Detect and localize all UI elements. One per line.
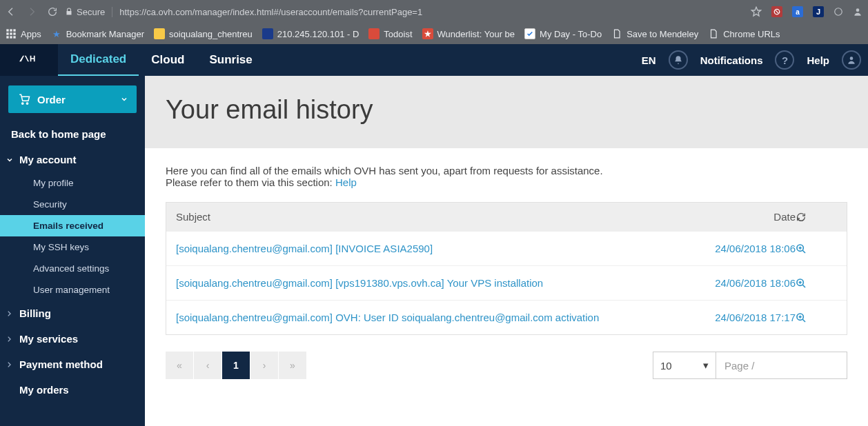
bookmark-item[interactable]: ★Wunderlist: Your be <box>422 28 515 39</box>
chevron-down-icon <box>120 95 128 103</box>
ext-icon-4[interactable] <box>834 7 843 17</box>
lock-icon <box>65 7 73 17</box>
app-topnav: Dedicated Cloud Sunrise EN Notifications… <box>0 44 868 76</box>
col-refresh[interactable] <box>796 212 837 223</box>
svg-rect-11 <box>13 36 15 38</box>
page-icon <box>708 28 719 39</box>
pager-last[interactable]: » <box>279 352 306 379</box>
bookmark-item[interactable]: Save to Mendeley <box>611 28 698 39</box>
user-avatar-icon[interactable] <box>842 50 861 70</box>
site-icon <box>262 28 273 39</box>
sidebar-section-myservices[interactable]: My services <box>0 326 145 352</box>
svg-rect-7 <box>10 32 12 34</box>
sidebar-item-security[interactable]: Security <box>0 194 145 215</box>
ext-icon-2[interactable]: a <box>792 6 803 17</box>
pager-next[interactable]: › <box>250 352 278 379</box>
table-row: [soiqualang.chentreu@gmail.com] OVH: Use… <box>166 300 847 334</box>
tab-cloud[interactable]: Cloud <box>139 44 197 76</box>
ext-icon-1[interactable] <box>771 6 782 17</box>
help-label[interactable]: Help <box>807 54 829 66</box>
sidebar-item-myprofile[interactable]: My profile <box>0 172 145 194</box>
page-icon <box>611 28 622 39</box>
magnify-icon[interactable] <box>796 243 837 254</box>
magnify-icon[interactable] <box>796 278 837 289</box>
sidebar-section-billing[interactable]: Billing <box>0 301 145 326</box>
svg-rect-5 <box>13 29 15 31</box>
browser-chrome: Secure https://ca.ovh.com/manager/index.… <box>0 0 868 44</box>
sidebar-back-home[interactable]: Back to home page <box>0 121 145 147</box>
apps-button[interactable]: Apps <box>6 28 41 39</box>
language-toggle[interactable]: EN <box>642 54 656 66</box>
email-subject-link[interactable]: [soiqualang.chentreu@gmail.com] OVH: Use… <box>176 312 599 323</box>
address-bar[interactable]: Secure https://ca.ovh.com/manager/index.… <box>65 2 736 21</box>
col-date: Date <box>685 211 796 223</box>
email-subject-link[interactable]: [soiqualang.chentreu@gmail.com] [INVOICE… <box>176 243 433 254</box>
svg-rect-3 <box>6 29 8 31</box>
url-text: https://ca.ovh.com/manager/index.html#/u… <box>119 7 422 17</box>
chevron-right-icon <box>6 361 12 368</box>
help-link[interactable]: Help <box>335 176 357 188</box>
svg-point-13 <box>22 103 23 104</box>
wunderlist-icon: ★ <box>422 28 433 39</box>
notifications-label[interactable]: Notifications <box>700 54 763 66</box>
star-icon[interactable] <box>751 6 762 17</box>
help-icon[interactable]: ? <box>775 50 794 70</box>
tab-sunrise[interactable]: Sunrise <box>197 44 264 76</box>
svg-rect-6 <box>6 32 8 34</box>
bookmark-item[interactable]: My Day - To-Do <box>524 28 602 39</box>
table-row: [soiqualang.chentreu@gmail.com] [INVOICE… <box>166 231 847 265</box>
sidebar-item-advanced[interactable]: Advanced settings <box>0 258 145 279</box>
tab-dedicated[interactable]: Dedicated <box>58 44 139 76</box>
back-icon[interactable] <box>6 6 17 17</box>
apps-icon <box>6 28 17 39</box>
folder-icon <box>154 28 165 39</box>
order-button[interactable]: Order <box>8 85 137 113</box>
secure-label: Secure <box>77 7 105 17</box>
svg-point-2 <box>856 8 860 12</box>
sidebar-item-usermgmt[interactable]: User management <box>0 279 145 301</box>
main-content: Your email history Here you can find all… <box>145 76 868 426</box>
svg-point-1 <box>835 8 842 16</box>
sidebar-section-myorders[interactable]: My orders <box>0 377 145 403</box>
table-header: Subject Date <box>166 203 847 231</box>
col-subject: Subject <box>176 211 685 223</box>
todoist-icon <box>368 28 379 39</box>
svg-rect-4 <box>10 29 12 31</box>
bookmark-item[interactable]: Todoist <box>368 28 412 39</box>
email-subject-link[interactable]: [soiqualang.chentreu@gmail.com] [vps1913… <box>176 277 543 289</box>
chevron-right-icon <box>6 336 12 343</box>
brand-logo[interactable] <box>0 44 58 76</box>
bookmark-item[interactable]: 210.245.120.101 - D <box>262 28 359 39</box>
email-date: 24/06/2018 18:06 <box>685 243 796 254</box>
bookmark-item[interactable]: soiqualang_chentreu <box>154 28 253 39</box>
bookmark-item[interactable]: ★Bookmark Manager <box>51 28 144 39</box>
pager: « ‹ 1 › » <box>166 352 307 379</box>
page-input[interactable]: Page / <box>716 352 847 379</box>
sidebar-section-myaccount[interactable]: My account <box>0 147 145 172</box>
bookmarks-bar: Apps ★Bookmark Manager soiqualang_chentr… <box>0 23 868 44</box>
page-size-select[interactable]: 10 ▾ <box>653 352 716 379</box>
myday-icon <box>524 28 535 39</box>
svg-point-12 <box>850 57 854 60</box>
profile-icon[interactable] <box>853 7 862 17</box>
select-caret-icon: ▾ <box>703 359 709 372</box>
pager-prev[interactable]: ‹ <box>194 352 221 379</box>
forward-icon <box>26 6 37 17</box>
email-date: 24/06/2018 17:17 <box>685 312 796 323</box>
table-row: [soiqualang.chentreu@gmail.com] [vps1913… <box>166 265 847 300</box>
sidebar-section-payment[interactable]: Payment method <box>0 352 145 377</box>
notifications-icon[interactable] <box>669 50 688 70</box>
ext-icon-3[interactable]: J <box>813 6 824 17</box>
bookmark-item[interactable]: Chrome URLs <box>708 28 780 39</box>
pager-current[interactable]: 1 <box>222 352 250 379</box>
page-title: Your email history <box>166 95 847 125</box>
reload-icon[interactable] <box>47 6 58 17</box>
svg-point-14 <box>26 103 28 104</box>
pager-first[interactable]: « <box>166 352 193 379</box>
sidebar-item-sshkeys[interactable]: My SSH keys <box>0 236 145 258</box>
svg-rect-10 <box>10 36 12 38</box>
pagination-row: « ‹ 1 › » 10 ▾ Page / <box>166 352 847 379</box>
sidebar-item-emailsreceived[interactable]: Emails received <box>0 215 145 236</box>
magnify-icon[interactable] <box>796 312 837 323</box>
emails-table: Subject Date [soiqualang.chentreu@gmail.… <box>166 202 847 335</box>
